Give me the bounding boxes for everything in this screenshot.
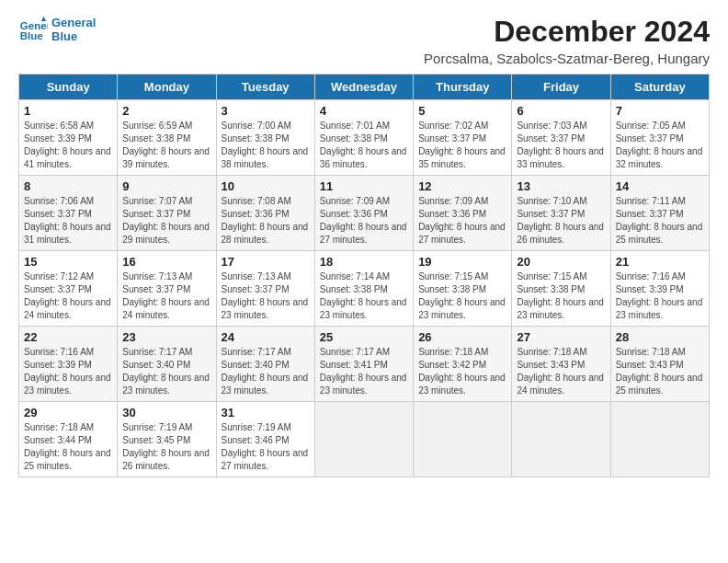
col-header-wednesday: Wednesday xyxy=(314,75,413,100)
calendar-cell: 6 Sunrise: 7:03 AM Sunset: 3:37 PM Dayli… xyxy=(512,100,610,176)
calendar-cell: 9 Sunrise: 7:07 AM Sunset: 3:37 PM Dayli… xyxy=(118,176,216,251)
day-number: 25 xyxy=(320,330,408,344)
calendar-cell: 24 Sunrise: 7:17 AM Sunset: 3:40 PM Dayl… xyxy=(216,327,314,402)
day-number: 10 xyxy=(222,179,310,193)
calendar-cell: 29 Sunrise: 7:18 AM Sunset: 3:44 PM Dayl… xyxy=(19,402,118,477)
col-header-thursday: Thursday xyxy=(414,75,512,100)
day-info: Sunrise: 7:16 AM Sunset: 3:39 PM Dayligh… xyxy=(24,346,112,397)
calendar-cell: 21 Sunrise: 7:16 AM Sunset: 3:39 PM Dayl… xyxy=(610,251,709,327)
day-info: Sunrise: 7:09 AM Sunset: 3:36 PM Dayligh… xyxy=(418,195,506,247)
title-block: December 2024 Porcsalma, Szabolcs-Szatma… xyxy=(424,15,710,66)
logo-icon: General Blue xyxy=(18,15,48,44)
logo-line2: Blue xyxy=(51,29,96,43)
day-info: Sunrise: 7:09 AM Sunset: 3:36 PM Dayligh… xyxy=(320,195,408,247)
day-info: Sunrise: 7:19 AM Sunset: 3:46 PM Dayligh… xyxy=(222,421,310,473)
day-info: Sunrise: 7:18 AM Sunset: 3:43 PM Dayligh… xyxy=(517,346,605,397)
calendar-cell: 31 Sunrise: 7:19 AM Sunset: 3:46 PM Dayl… xyxy=(216,402,314,477)
day-info: Sunrise: 7:10 AM Sunset: 3:37 PM Dayligh… xyxy=(517,195,605,247)
day-number: 17 xyxy=(222,255,310,269)
day-number: 19 xyxy=(418,255,506,269)
day-number: 26 xyxy=(418,330,506,344)
calendar-cell: 4 Sunrise: 7:01 AM Sunset: 3:38 PM Dayli… xyxy=(314,100,413,176)
calendar-cell: 12 Sunrise: 7:09 AM Sunset: 3:36 PM Dayl… xyxy=(414,176,512,251)
day-info: Sunrise: 7:02 AM Sunset: 3:37 PM Dayligh… xyxy=(418,120,506,171)
calendar-cell: 28 Sunrise: 7:18 AM Sunset: 3:43 PM Dayl… xyxy=(610,327,709,402)
day-number: 22 xyxy=(24,330,112,344)
day-number: 29 xyxy=(24,406,112,419)
day-info: Sunrise: 7:05 AM Sunset: 3:37 PM Dayligh… xyxy=(616,120,704,171)
svg-marker-2 xyxy=(41,17,46,21)
day-info: Sunrise: 7:19 AM Sunset: 3:45 PM Dayligh… xyxy=(122,421,210,473)
month-title: December 2024 xyxy=(424,15,710,49)
calendar-cell: 2 Sunrise: 6:59 AM Sunset: 3:38 PM Dayli… xyxy=(118,100,216,176)
day-info: Sunrise: 7:17 AM Sunset: 3:40 PM Dayligh… xyxy=(122,346,210,397)
day-number: 3 xyxy=(222,104,310,118)
calendar-week-1: 1 Sunrise: 6:58 AM Sunset: 3:39 PM Dayli… xyxy=(19,100,710,176)
day-number: 24 xyxy=(222,330,310,344)
day-info: Sunrise: 7:18 AM Sunset: 3:42 PM Dayligh… xyxy=(418,346,506,397)
calendar-cell: 18 Sunrise: 7:14 AM Sunset: 3:38 PM Dayl… xyxy=(314,251,413,327)
day-info: Sunrise: 7:08 AM Sunset: 3:36 PM Dayligh… xyxy=(222,195,310,247)
calendar-cell: 5 Sunrise: 7:02 AM Sunset: 3:37 PM Dayli… xyxy=(414,100,512,176)
day-info: Sunrise: 7:12 AM Sunset: 3:37 PM Dayligh… xyxy=(24,270,112,322)
day-number: 16 xyxy=(122,255,210,269)
day-info: Sunrise: 7:00 AM Sunset: 3:38 PM Dayligh… xyxy=(222,120,310,171)
calendar-cell: 30 Sunrise: 7:19 AM Sunset: 3:45 PM Dayl… xyxy=(118,402,216,477)
day-number: 21 xyxy=(616,255,704,269)
calendar-cell: 13 Sunrise: 7:10 AM Sunset: 3:37 PM Dayl… xyxy=(512,176,610,251)
col-header-tuesday: Tuesday xyxy=(216,75,314,100)
calendar-cell: 20 Sunrise: 7:15 AM Sunset: 3:38 PM Dayl… xyxy=(512,251,610,327)
calendar-week-3: 15 Sunrise: 7:12 AM Sunset: 3:37 PM Dayl… xyxy=(19,251,710,327)
col-header-monday: Monday xyxy=(118,75,216,100)
day-info: Sunrise: 6:58 AM Sunset: 3:39 PM Dayligh… xyxy=(24,120,112,171)
calendar-cell xyxy=(414,402,512,477)
day-info: Sunrise: 7:18 AM Sunset: 3:44 PM Dayligh… xyxy=(24,421,112,473)
location-subtitle: Porcsalma, Szabolcs-Szatmar-Bereg, Hunga… xyxy=(424,51,710,66)
day-info: Sunrise: 7:13 AM Sunset: 3:37 PM Dayligh… xyxy=(222,270,310,322)
day-number: 2 xyxy=(122,104,210,118)
day-number: 27 xyxy=(517,330,605,344)
day-info: Sunrise: 7:17 AM Sunset: 3:40 PM Dayligh… xyxy=(222,346,310,397)
col-header-friday: Friday xyxy=(512,75,610,100)
calendar-cell xyxy=(314,402,413,477)
calendar-cell: 1 Sunrise: 6:58 AM Sunset: 3:39 PM Dayli… xyxy=(19,100,118,176)
calendar-cell: 25 Sunrise: 7:17 AM Sunset: 3:41 PM Dayl… xyxy=(314,327,413,402)
calendar-cell: 17 Sunrise: 7:13 AM Sunset: 3:37 PM Dayl… xyxy=(216,251,314,327)
calendar-cell: 19 Sunrise: 7:15 AM Sunset: 3:38 PM Dayl… xyxy=(414,251,512,327)
calendar-cell xyxy=(512,402,610,477)
calendar-cell: 11 Sunrise: 7:09 AM Sunset: 3:36 PM Dayl… xyxy=(314,176,413,251)
calendar-cell: 27 Sunrise: 7:18 AM Sunset: 3:43 PM Dayl… xyxy=(512,327,610,402)
day-number: 4 xyxy=(320,104,408,118)
calendar-cell: 22 Sunrise: 7:16 AM Sunset: 3:39 PM Dayl… xyxy=(19,327,118,402)
svg-text:Blue: Blue xyxy=(20,30,44,41)
calendar-week-5: 29 Sunrise: 7:18 AM Sunset: 3:44 PM Dayl… xyxy=(19,402,710,477)
day-info: Sunrise: 7:15 AM Sunset: 3:38 PM Dayligh… xyxy=(517,270,605,322)
calendar-cell: 14 Sunrise: 7:11 AM Sunset: 3:37 PM Dayl… xyxy=(610,176,709,251)
day-info: Sunrise: 7:13 AM Sunset: 3:37 PM Dayligh… xyxy=(122,270,210,322)
day-number: 23 xyxy=(122,330,210,344)
page-header: General Blue General Blue December 2024 … xyxy=(18,15,710,66)
calendar-cell: 26 Sunrise: 7:18 AM Sunset: 3:42 PM Dayl… xyxy=(414,327,512,402)
calendar-cell: 23 Sunrise: 7:17 AM Sunset: 3:40 PM Dayl… xyxy=(118,327,216,402)
day-number: 11 xyxy=(320,179,408,193)
day-info: Sunrise: 6:59 AM Sunset: 3:38 PM Dayligh… xyxy=(122,120,210,171)
day-info: Sunrise: 7:03 AM Sunset: 3:37 PM Dayligh… xyxy=(517,120,605,171)
col-header-sunday: Sunday xyxy=(19,75,118,100)
day-info: Sunrise: 7:14 AM Sunset: 3:38 PM Dayligh… xyxy=(320,270,408,322)
calendar-week-2: 8 Sunrise: 7:06 AM Sunset: 3:37 PM Dayli… xyxy=(19,176,710,251)
day-number: 9 xyxy=(122,179,210,193)
day-info: Sunrise: 7:18 AM Sunset: 3:43 PM Dayligh… xyxy=(616,346,704,397)
day-info: Sunrise: 7:07 AM Sunset: 3:37 PM Dayligh… xyxy=(122,195,210,247)
calendar-week-4: 22 Sunrise: 7:16 AM Sunset: 3:39 PM Dayl… xyxy=(19,327,710,402)
day-info: Sunrise: 7:17 AM Sunset: 3:41 PM Dayligh… xyxy=(320,346,408,397)
logo: General Blue General Blue xyxy=(18,15,96,44)
day-number: 6 xyxy=(517,104,605,118)
day-number: 1 xyxy=(24,104,112,118)
day-number: 31 xyxy=(222,406,310,419)
day-info: Sunrise: 7:16 AM Sunset: 3:39 PM Dayligh… xyxy=(616,270,704,322)
day-number: 13 xyxy=(517,179,605,193)
day-info: Sunrise: 7:11 AM Sunset: 3:37 PM Dayligh… xyxy=(616,195,704,247)
col-header-saturday: Saturday xyxy=(610,75,709,100)
calendar-cell: 8 Sunrise: 7:06 AM Sunset: 3:37 PM Dayli… xyxy=(19,176,118,251)
day-info: Sunrise: 7:06 AM Sunset: 3:37 PM Dayligh… xyxy=(24,195,112,247)
